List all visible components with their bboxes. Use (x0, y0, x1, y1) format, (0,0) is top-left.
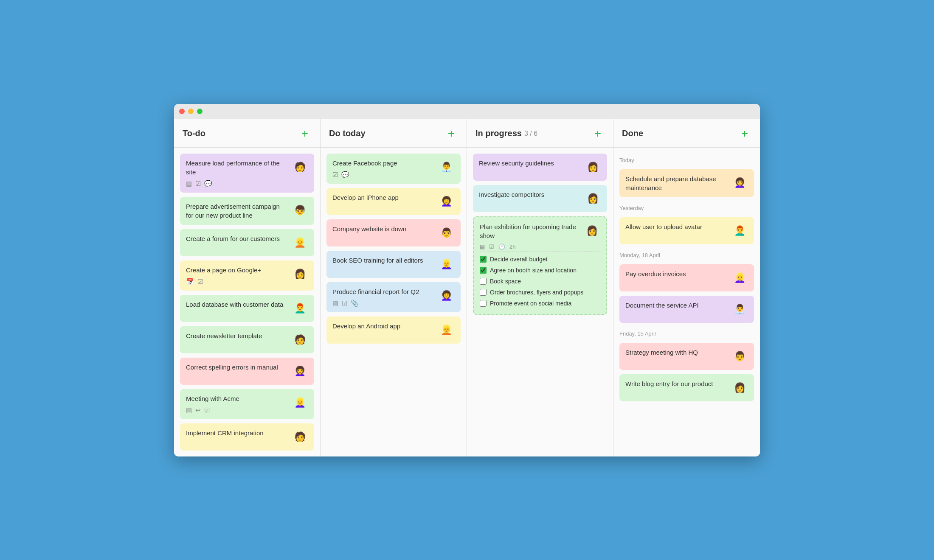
card-dn5[interactable]: Strategy meeting with HQ 👨 (619, 343, 754, 370)
column-todo-body: Measure load performance of the site ▤ ☑… (174, 148, 320, 456)
card-dn6-title: Write blog entry for our product (625, 379, 728, 388)
column-dotoday-body: Create Facebook page ☑ 💬 👨‍💼 Develop an … (321, 148, 467, 350)
checklist-icon: ☑ (332, 171, 338, 179)
text-icon: ▤ (186, 406, 192, 414)
card-d5[interactable]: Produce financial report for Q2 ▤ ☑ 📎 👩‍… (326, 282, 461, 312)
column-done: Done + Today Schedule and prepare databa… (613, 119, 760, 456)
card-dn1-left: Schedule and prepare database maintenanc… (625, 174, 728, 192)
close-button[interactable] (179, 109, 185, 114)
card-t6-left: Create newsletter template (186, 331, 288, 340)
checkbox-1[interactable] (480, 256, 487, 263)
card-dn6-avatar: 👩 (731, 379, 748, 396)
card-dn5-title: Strategy meeting with HQ (625, 348, 728, 357)
checklist-icon: ☑ (204, 406, 210, 414)
card-d1-title: Create Facebook page (332, 159, 434, 168)
checklist-item-5-text: Promote event on social media (490, 300, 571, 307)
card-ip3-title: Plan exhibition for upcoming trade show (480, 222, 580, 240)
card-t8[interactable]: Meeting with Acme ▤ ↩ ☑ 👱‍♀️ (180, 389, 314, 419)
column-todo-title: To-do (183, 129, 205, 138)
card-ip1-title: Review security guidelines (479, 159, 581, 168)
checklist-item-2-text: Agree on booth size and location (490, 267, 577, 274)
card-t3[interactable]: Create a forum for our customers 👱 (180, 229, 314, 256)
card-d3-left: Company website is down (332, 224, 434, 233)
card-t4-title: Create a page on Google+ (186, 266, 288, 274)
card-dn4[interactable]: Document the service API 👨‍💼 (619, 296, 754, 323)
calendar-icon: 📅 (186, 278, 194, 286)
card-d4[interactable]: Book SEO training for all editors 👱‍♀️ (326, 251, 461, 278)
card-t6[interactable]: Create newsletter template 🧑 (180, 326, 314, 353)
card-ip1[interactable]: Review security guidelines 👩 (473, 154, 607, 181)
card-dn4-title: Document the service API (625, 301, 728, 310)
checklist-item-3-text: Book space (490, 278, 521, 285)
checklist-item-4[interactable]: Order brochures, flyers and popups (480, 287, 600, 298)
card-t2[interactable]: Prepare advertisement campaign for our n… (180, 197, 314, 225)
repeat-icon: ↩ (195, 406, 201, 414)
card-dn2-avatar: 👨‍🦰 (731, 222, 748, 239)
card-ip1-left: Review security guidelines (479, 159, 581, 168)
card-dn2[interactable]: Allow user to upload avatar 👨‍🦰 (619, 217, 754, 244)
card-t6-title: Create newsletter template (186, 331, 288, 340)
column-done-title: Done (622, 129, 643, 138)
card-d1[interactable]: Create Facebook page ☑ 💬 👨‍💼 (326, 154, 461, 184)
card-t9[interactable]: Implement CRM integration 🧑 (180, 423, 314, 451)
card-dn5-avatar: 👨 (731, 348, 748, 365)
checklist-item-5[interactable]: Promote event on social media (480, 298, 600, 309)
card-t8-title: Meeting with Acme (186, 394, 288, 403)
checklist-item-3[interactable]: Book space (480, 276, 600, 287)
card-t9-title: Implement CRM integration (186, 428, 288, 437)
card-t3-avatar: 👱 (291, 234, 308, 251)
checkbox-2[interactable] (480, 267, 487, 274)
card-dn3[interactable]: Pay overdue invoices 👱‍♀️ (619, 264, 754, 291)
checklist-item-4-text: Order brochures, flyers and popups (490, 289, 583, 296)
card-t4-avatar: 👩 (291, 266, 308, 283)
card-ip3[interactable]: Plan exhibition for upcoming trade show … (473, 216, 607, 315)
card-ip2[interactable]: Investigate competitors 👩 (473, 185, 607, 212)
card-d3[interactable]: Company website is down 👨 (326, 219, 461, 246)
card-ip3-inner: Plan exhibition for upcoming trade show … (480, 222, 600, 309)
card-d6[interactable]: Develop an Android app 👱 (326, 316, 461, 344)
card-t7[interactable]: Correct spelling errors in manual 👩‍🦱 (180, 358, 314, 385)
card-dn5-left: Strategy meeting with HQ (625, 348, 728, 357)
column-dotoday-header: Do today + (321, 119, 467, 148)
add-dotoday-button[interactable]: + (444, 127, 458, 140)
section-today: Today (619, 154, 754, 165)
add-inprogress-button[interactable]: + (591, 127, 605, 140)
card-t4[interactable]: Create a page on Google+ 📅 ☑ 👩 (180, 260, 314, 291)
card-t1[interactable]: Measure load performance of the site ▤ ☑… (180, 154, 314, 193)
card-ip2-avatar: 👩 (584, 190, 601, 207)
card-t1-avatar: 🧑 (291, 159, 308, 176)
column-inprogress-badge: 3 / 6 (524, 130, 537, 137)
card-t8-avatar: 👱‍♀️ (291, 394, 308, 411)
card-dn6[interactable]: Write blog entry for our product 👩 (619, 374, 754, 401)
text-icon: ▤ (480, 244, 485, 250)
add-done-button[interactable]: + (738, 127, 751, 140)
app-window: To-do + Measure load performance of the … (174, 104, 760, 456)
column-inprogress-body: Review security guidelines 👩 Investigate… (467, 148, 613, 321)
checklist-item-2[interactable]: Agree on booth size and location (480, 265, 600, 276)
checklist-item-1-text: Decide overall budget (490, 256, 547, 263)
card-dn1-title: Schedule and prepare database maintenanc… (625, 174, 728, 192)
add-todo-button[interactable]: + (298, 127, 312, 140)
card-t5-left: Load database with customer data (186, 300, 288, 309)
checkbox-3[interactable] (480, 278, 487, 285)
section-monday: Monday, 18 April (619, 249, 754, 260)
column-done-header: Done + (613, 119, 760, 148)
card-t5[interactable]: Load database with customer data 👨‍🦰 (180, 295, 314, 322)
checkbox-4[interactable] (480, 289, 487, 296)
column-inprogress: In progress 3 / 6 + Review security guid… (467, 119, 613, 456)
card-ip1-avatar: 👩 (584, 159, 601, 176)
card-t3-left: Create a forum for our customers (186, 234, 288, 243)
card-d4-left: Book SEO training for all editors (332, 256, 434, 265)
card-d2[interactable]: Develop an iPhone app 👩‍🦱 (326, 188, 461, 215)
text-icon: ▤ (186, 180, 192, 188)
card-t3-title: Create a forum for our customers (186, 234, 288, 243)
minimize-button[interactable] (188, 109, 194, 114)
card-d5-title: Produce financial report for Q2 (332, 287, 434, 296)
card-t7-title: Correct spelling errors in manual (186, 363, 288, 372)
checklist-item-1[interactable]: Decide overall budget (480, 254, 600, 265)
column-inprogress-header: In progress 3 / 6 + (467, 119, 613, 148)
card-t2-avatar: 👦 (291, 202, 308, 219)
checkbox-5[interactable] (480, 300, 487, 307)
fullscreen-button[interactable] (197, 109, 203, 114)
card-dn1[interactable]: Schedule and prepare database maintenanc… (619, 169, 754, 197)
